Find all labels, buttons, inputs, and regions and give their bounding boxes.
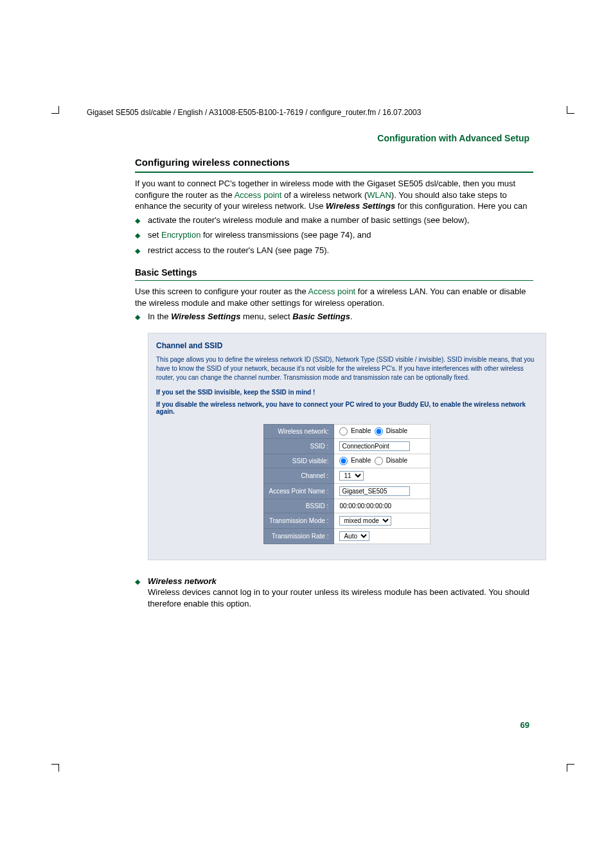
- label-wireless-network: Wireless network:: [263, 424, 334, 438]
- list-item: ◆ set Encryption for wireless transmissi…: [135, 229, 533, 241]
- screenshot-description: This page allows you to define the wirel…: [156, 355, 538, 382]
- select-tx-mode[interactable]: mixed mode: [339, 516, 391, 526]
- router-ui-screenshot: Channel and SSID This page allows you to…: [148, 333, 546, 560]
- document-path: Gigaset SE505 dsl/cable / English / A310…: [87, 108, 421, 117]
- link-access-point-2: Access point: [308, 287, 356, 296]
- label-bssid: BSSID :: [263, 499, 334, 513]
- page-header: Configuration with Advanced Setup: [377, 133, 529, 143]
- screenshot-warning-2: If you disable the wireless network, you…: [156, 401, 538, 415]
- label-tx-rate: Transmission Rate :: [263, 528, 334, 544]
- list-item: ◆ restrict access to the router's LAN (s…: [135, 245, 533, 256]
- subsection-paragraph: Use this screen to configure your router…: [135, 286, 533, 308]
- crop-mark-bottom-left: [51, 764, 59, 772]
- radio-ssid-visible-enable[interactable]: [339, 457, 348, 465]
- link-wlan: WLAN: [367, 190, 391, 200]
- radio-label-disable: Disable: [386, 427, 407, 434]
- subsection-heading: Basic Settings: [135, 267, 533, 281]
- page-number: 69: [520, 720, 529, 730]
- list-item: ◆ activate the router's wireless module …: [135, 215, 533, 226]
- diamond-icon: ◆: [135, 312, 140, 322]
- label-ssid-visible: SSID visible:: [263, 454, 334, 468]
- subsection-bullet-list: ◆ In the Wireless Settings menu, select …: [135, 311, 533, 323]
- bold-wireless-settings: Wireless Settings: [326, 201, 395, 211]
- settings-table: Wireless network: Enable Disable SSID : …: [263, 424, 431, 544]
- post-bullet-text: Wireless devices cannot log in to your r…: [148, 587, 529, 608]
- list-item: ◆ In the Wireless Settings menu, select …: [135, 311, 533, 323]
- list-item: ◆ Wireless network Wireless devices cann…: [135, 576, 533, 610]
- screenshot-title: Channel and SSID: [156, 341, 538, 350]
- label-channel: Channel :: [263, 468, 334, 483]
- post-screenshot-list: ◆ Wireless network Wireless devices cann…: [135, 576, 533, 610]
- crop-mark-top-left: [51, 106, 59, 114]
- label-tx-mode: Transmission Mode :: [263, 513, 334, 528]
- section-heading: Configuring wireless connections: [135, 157, 533, 173]
- crop-mark-top-right: [567, 106, 574, 114]
- label-ssid: SSID :: [263, 438, 334, 454]
- bold-wireless-network: Wireless network: [148, 576, 217, 586]
- radio-wireless-disable[interactable]: [375, 427, 383, 436]
- input-ssid[interactable]: [339, 441, 410, 451]
- intro-bullet-list: ◆ activate the router's wireless module …: [135, 215, 533, 256]
- diamond-icon: ◆: [135, 216, 140, 226]
- input-ap-name[interactable]: [339, 486, 410, 496]
- screenshot-warning-1: If you set the SSID invisible, keep the …: [156, 389, 538, 396]
- diamond-icon: ◆: [135, 231, 140, 240]
- radio-ssid-visible-disable[interactable]: [375, 457, 383, 465]
- intro-paragraph: If you want to connect PC's together in …: [135, 178, 533, 212]
- select-tx-rate[interactable]: Auto: [339, 531, 369, 541]
- label-ap-name: Access Point Name :: [263, 483, 334, 499]
- diamond-icon: ◆: [135, 246, 140, 256]
- value-bssid: 00:00:00:00:00:00: [334, 499, 431, 513]
- radio-label-enable-2: Enable: [351, 457, 371, 464]
- link-encryption: Encryption: [161, 230, 200, 240]
- diamond-icon: ◆: [135, 577, 140, 587]
- select-channel[interactable]: 11: [339, 471, 364, 481]
- link-access-point: Access point: [235, 190, 282, 200]
- radio-label-enable: Enable: [351, 427, 371, 434]
- radio-wireless-enable[interactable]: [339, 427, 348, 436]
- crop-mark-bottom-right: [567, 764, 574, 772]
- radio-label-disable-2: Disable: [386, 457, 407, 464]
